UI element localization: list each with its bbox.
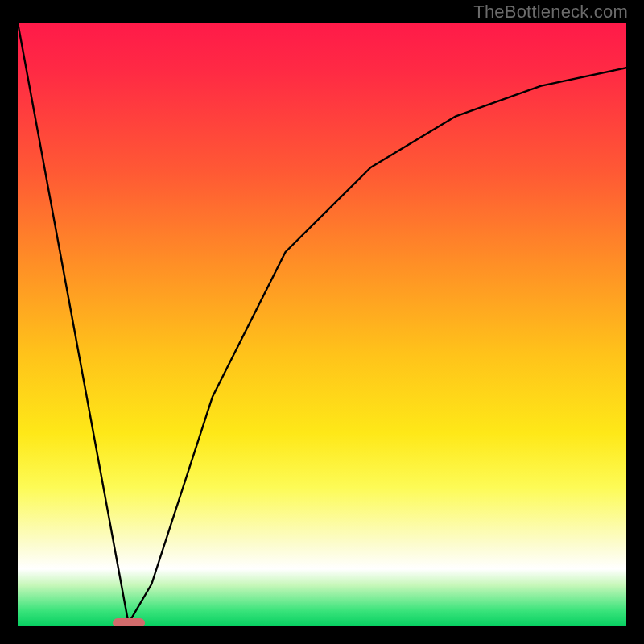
heat-gradient	[18, 23, 626, 626]
optimum-marker	[113, 618, 145, 626]
plot-area	[18, 23, 626, 626]
outer-frame: TheBottleneck.com	[0, 0, 644, 644]
watermark-text: TheBottleneck.com	[473, 2, 628, 23]
